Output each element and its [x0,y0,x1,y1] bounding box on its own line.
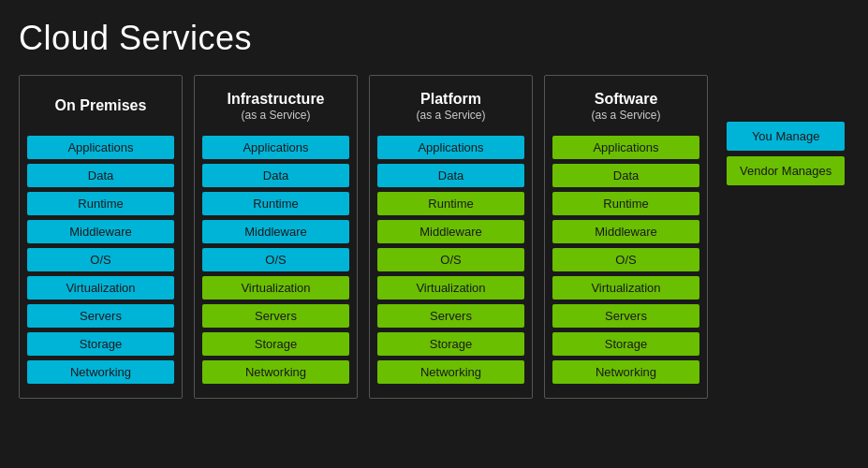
service-row-paas-2: Runtime [377,192,524,215]
service-row-iaas-6: Servers [202,304,349,328]
service-row-saas-5: Virtualization [552,276,699,300]
service-row-on-premises-5: Virtualization [27,276,174,300]
columns-area: On PremisesApplicationsDataRuntimeMiddle… [19,75,849,399]
legend-you-manage: You Manage [727,122,845,151]
column-iaas: Infrastructure(as a Service)Applications… [194,75,358,399]
service-row-on-premises-8: Networking [27,360,174,384]
service-row-on-premises-1: Data [27,164,174,187]
service-row-paas-0: Applications [377,136,524,159]
service-row-iaas-5: Virtualization [202,276,349,300]
service-row-paas-7: Storage [377,332,524,356]
column-header-saas: Software(as a Service) [552,85,699,126]
service-row-paas-8: Networking [377,360,524,384]
column-subtitle-paas: (as a Service) [416,109,485,122]
service-row-saas-6: Servers [552,304,699,328]
legend-vendor-manages: Vendor Manages [727,156,845,185]
service-row-saas-3: Middleware [552,220,699,243]
column-on-premises: On PremisesApplicationsDataRuntimeMiddle… [19,75,183,399]
column-paas: Platform(as a Service)ApplicationsDataRu… [369,75,533,399]
service-row-on-premises-6: Servers [27,304,174,328]
service-row-on-premises-4: O/S [27,248,174,271]
service-row-iaas-4: O/S [202,248,349,271]
service-row-saas-7: Storage [552,332,699,356]
service-row-paas-5: Virtualization [377,276,524,300]
column-title-saas: Software [595,90,658,108]
page-title: Cloud Services [19,19,849,58]
service-row-saas-8: Networking [552,360,699,384]
legend-area: You Manage Vendor Manages [727,122,845,185]
service-row-saas-4: O/S [552,248,699,271]
service-row-iaas-3: Middleware [202,220,349,243]
column-title-iaas: Infrastructure [227,90,324,108]
service-row-on-premises-2: Runtime [27,192,174,215]
column-header-paas: Platform(as a Service) [377,85,524,126]
service-row-iaas-2: Runtime [202,192,349,215]
service-row-iaas-1: Data [202,164,349,187]
service-row-on-premises-3: Middleware [27,220,174,243]
service-row-paas-6: Servers [377,304,524,328]
main-container: Cloud Services On PremisesApplicationsDa… [0,0,868,408]
column-header-on-premises: On Premises [27,85,174,126]
column-subtitle-iaas: (as a Service) [241,109,310,122]
service-row-iaas-0: Applications [202,136,349,159]
service-row-saas-0: Applications [552,136,699,159]
service-row-on-premises-7: Storage [27,332,174,356]
service-row-paas-4: O/S [377,248,524,271]
column-saas: Software(as a Service)ApplicationsDataRu… [544,75,708,399]
service-row-iaas-7: Storage [202,332,349,356]
column-header-iaas: Infrastructure(as a Service) [202,85,349,126]
service-row-saas-2: Runtime [552,192,699,215]
service-row-iaas-8: Networking [202,360,349,384]
service-row-paas-3: Middleware [377,220,524,243]
service-row-on-premises-0: Applications [27,136,174,159]
column-title-paas: Platform [420,90,481,108]
column-subtitle-saas: (as a Service) [591,109,660,122]
service-row-saas-1: Data [552,164,699,187]
service-row-paas-1: Data [377,164,524,187]
column-title-on-premises: On Premises [55,96,147,114]
